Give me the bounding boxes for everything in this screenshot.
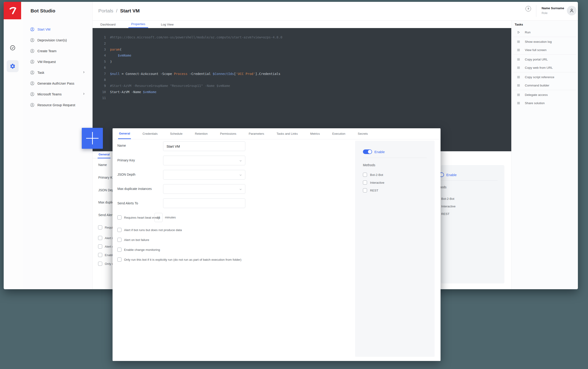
code-line: 10Start-AzVM -Name $vmName	[93, 89, 511, 95]
json-depth-select[interactable]	[163, 170, 245, 180]
bot-icon	[30, 27, 34, 31]
methods-label: Methods	[363, 163, 375, 167]
max-duplicate-label: Max duplicate instances	[117, 187, 152, 191]
task-copy-portal-url[interactable]: Copy portal URL	[511, 55, 578, 63]
sidebar-item-label: Deprovision User(s)	[38, 38, 67, 42]
badge-check-icon[interactable]	[7, 42, 19, 54]
checkbox[interactable]	[98, 244, 102, 248]
task-copy-script-reference[interactable]: Copy script reference	[511, 73, 578, 81]
breadcrumb-root[interactable]: Portals	[98, 8, 113, 13]
checkbox[interactable]	[98, 253, 102, 257]
sidebar-item-label: VM Request	[38, 60, 56, 64]
failure-checkbox[interactable]	[117, 238, 121, 242]
code-line: 4 $vmName	[93, 52, 511, 58]
heartbeat-minutes-input[interactable]	[155, 213, 162, 222]
modal-tab-parameters[interactable]: Parameters	[248, 128, 265, 139]
breadcrumb-separator: /	[116, 8, 117, 13]
sidebar-item-start-vm[interactable]: Start VM	[23, 24, 92, 35]
method-rest-row: REST	[363, 188, 378, 193]
modal-tab-permissions[interactable]: Permissions	[219, 128, 237, 139]
heartbeat-minutes-wrap	[154, 213, 163, 222]
task-copy-web-from-url[interactable]: Copy web from URL	[511, 63, 578, 72]
failure-label: Alert on bot failure	[124, 238, 149, 242]
background-enable-label: Enable	[446, 173, 457, 177]
sidebar-item-label: Resource Group Request	[38, 103, 75, 107]
code-line: 8	[93, 77, 511, 83]
rest-checkbox[interactable]	[363, 188, 367, 193]
bot-icon	[30, 49, 34, 53]
play-icon	[517, 30, 520, 34]
sidebar-item-vm-request[interactable]: VM Request	[23, 56, 92, 67]
task-view-full-screen[interactable]: View full screen	[511, 46, 578, 54]
bot-icon	[30, 70, 34, 75]
sidebar-item-create-team[interactable]: Create Team	[23, 46, 92, 56]
no-data-checkbox[interactable]	[117, 228, 121, 232]
checkbox[interactable]	[98, 236, 102, 240]
sidebar-item-generate-authuser-pass[interactable]: Generate AuthUser Pass	[23, 78, 92, 89]
r-mark-icon	[6, 4, 18, 17]
heartbeat-checkbox[interactable]	[117, 215, 121, 220]
change-monitoring-checkbox[interactable]	[117, 248, 121, 252]
settings-icon[interactable]	[7, 60, 19, 72]
bot-icon	[30, 60, 34, 64]
modal-tab-general[interactable]: General	[118, 128, 131, 139]
modal-tab-credentials[interactable]: Credentials	[141, 128, 158, 139]
tab-properties[interactable]: Properties	[128, 21, 148, 28]
help-icon[interactable]: ?	[526, 6, 531, 11]
enable-toggle[interactable]	[363, 149, 372, 154]
sidebar-item-label: Microsoft Teams	[38, 92, 62, 96]
sidebar-item-microsoft-teams[interactable]: Microsoft Teams	[23, 89, 92, 100]
rest-label: REST	[370, 189, 378, 192]
modal-tab-tasks-and-links[interactable]: Tasks and Links	[276, 128, 299, 139]
modal-tab-execution[interactable]: Execution	[331, 128, 346, 139]
name-input-wrap	[163, 141, 245, 151]
sidebar-item-label: Create Team	[38, 49, 57, 53]
tasks-divider	[513, 54, 576, 55]
interactive-checkbox[interactable]	[363, 181, 367, 184]
chevron-down-icon	[239, 173, 242, 178]
background-name-label: Name	[98, 163, 107, 167]
no-data-label: Alert if bot runs but does not produce d…	[124, 228, 182, 232]
bot2bot-label: Bot-2-Bot	[370, 173, 383, 176]
change-monitoring-label: Enable change monitoring	[124, 248, 160, 252]
name-input[interactable]	[163, 142, 245, 151]
json-depth-label: JSON Depth	[117, 173, 136, 176]
app-logo[interactable]	[4, 2, 21, 19]
checkbox[interactable]	[98, 225, 102, 229]
primary-key-select[interactable]	[163, 156, 245, 165]
top-header: Portals / Start VM ? Name Surname Role	[93, 2, 578, 21]
code-line: 9#Start-AzVM -ResourceGroupName "Resourc…	[93, 83, 511, 89]
tab-log-view[interactable]: Log View	[158, 21, 176, 28]
primary-key-label: Primary Key	[117, 158, 135, 162]
user-avatar[interactable]	[567, 6, 577, 15]
checkbox[interactable]	[98, 262, 102, 266]
bot2bot-checkbox[interactable]	[363, 173, 367, 177]
task-share-solution[interactable]: Share solution	[511, 99, 578, 107]
tab-dashboard[interactable]: Dashboard	[98, 21, 118, 28]
explicit-run-checkbox[interactable]	[117, 257, 121, 262]
task-label: Delegate access	[525, 93, 548, 97]
sidebar-item-deprovision-users[interactable]: Deprovision User(s)	[23, 35, 92, 46]
task-command-builder[interactable]: Command builder	[511, 81, 578, 89]
task-label: Share solution	[525, 101, 545, 105]
task-run[interactable]: Run	[511, 28, 578, 36]
code-line: 5)	[93, 59, 511, 65]
modal-tab-metrics[interactable]: Metrics	[309, 128, 321, 139]
sidebar-item-task[interactable]: Task	[23, 67, 92, 78]
background-tab-general[interactable]: General	[98, 151, 110, 158]
sidebar-item-label: Start VM	[38, 28, 50, 31]
max-duplicate-select[interactable]	[163, 184, 245, 194]
sidebar-item-label: Generate AuthUser Pass	[38, 82, 74, 85]
add-button[interactable]	[82, 128, 103, 149]
modal-tab-retention[interactable]: Retention	[194, 128, 209, 139]
modal-tab-schedule[interactable]: Schedule	[169, 128, 183, 139]
modal-tab-secrets[interactable]: Secrets	[357, 128, 369, 139]
plus-icon	[92, 132, 93, 144]
send-alerts-input[interactable]	[163, 199, 245, 208]
no-data-row: Alert if bot runs but does not produce d…	[117, 228, 182, 232]
task-delegate-access[interactable]: Delegate access	[511, 91, 578, 99]
icon-rail	[4, 19, 23, 289]
heartbeat-row: Requires heart beat every	[117, 215, 160, 220]
sidebar-item-resource-group-request[interactable]: Resource Group Request	[23, 100, 92, 110]
task-show-execution-log[interactable]: Show execution log	[511, 38, 578, 46]
